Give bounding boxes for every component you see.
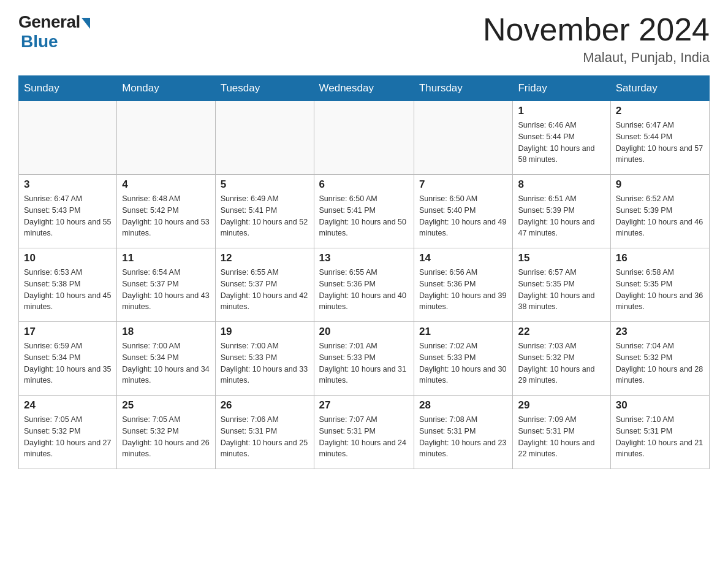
day-number: 14 [419,252,508,264]
day-number: 1 [518,105,605,117]
day-number: 18 [122,326,210,338]
calendar-cell: 22Sunrise: 7:03 AMSunset: 5:32 PMDayligh… [513,322,610,396]
calendar-cell: 7Sunrise: 6:50 AMSunset: 5:40 PMDaylight… [414,175,513,248]
day-info: Sunrise: 6:50 AMSunset: 5:40 PMDaylight:… [419,193,508,239]
calendar-cell: 6Sunrise: 6:50 AMSunset: 5:41 PMDaylight… [314,175,414,248]
logo-blue-text: Blue [21,32,58,52]
day-number: 26 [221,399,309,412]
day-info: Sunrise: 7:00 AMSunset: 5:34 PMDaylight:… [122,340,210,386]
calendar-cell: 4Sunrise: 6:48 AMSunset: 5:42 PMDaylight… [117,175,215,248]
day-info: Sunrise: 6:56 AMSunset: 5:36 PMDaylight:… [419,267,508,313]
calendar-cell [19,101,117,175]
day-number: 7 [419,178,508,191]
calendar-cell: 9Sunrise: 6:52 AMSunset: 5:39 PMDaylight… [610,175,709,248]
day-info: Sunrise: 6:46 AMSunset: 5:44 PMDaylight:… [518,120,605,166]
calendar-cell: 28Sunrise: 7:08 AMSunset: 5:31 PMDayligh… [414,396,513,469]
day-info: Sunrise: 7:06 AMSunset: 5:31 PMDaylight:… [221,414,309,460]
day-info: Sunrise: 7:05 AMSunset: 5:32 PMDaylight:… [24,414,112,460]
calendar-week-2: 3Sunrise: 6:47 AMSunset: 5:43 PMDaylight… [19,175,710,248]
day-info: Sunrise: 7:05 AMSunset: 5:32 PMDaylight:… [122,414,210,460]
day-number: 28 [419,399,508,412]
day-number: 23 [616,326,704,338]
day-info: Sunrise: 6:52 AMSunset: 5:39 PMDaylight:… [616,193,704,239]
calendar-cell: 8Sunrise: 6:51 AMSunset: 5:39 PMDaylight… [513,175,610,248]
calendar-cell: 15Sunrise: 6:57 AMSunset: 5:35 PMDayligh… [513,248,610,322]
day-number: 2 [616,105,704,117]
day-number: 19 [221,326,309,338]
calendar-cell: 14Sunrise: 6:56 AMSunset: 5:36 PMDayligh… [414,248,513,322]
calendar-cell: 5Sunrise: 6:49 AMSunset: 5:41 PMDaylight… [215,175,314,248]
day-info: Sunrise: 7:01 AMSunset: 5:33 PMDaylight:… [319,340,409,386]
day-info: Sunrise: 6:59 AMSunset: 5:34 PMDaylight:… [24,340,112,386]
day-number: 5 [221,178,309,191]
day-number: 12 [221,252,309,264]
calendar-week-3: 10Sunrise: 6:53 AMSunset: 5:38 PMDayligh… [19,248,710,322]
day-header-tuesday: Tuesday [215,76,314,101]
calendar-cell: 30Sunrise: 7:10 AMSunset: 5:31 PMDayligh… [610,396,709,469]
calendar-cell [414,101,513,175]
day-number: 3 [24,178,112,191]
calendar-cell: 18Sunrise: 7:00 AMSunset: 5:34 PMDayligh… [117,322,215,396]
day-info: Sunrise: 7:07 AMSunset: 5:31 PMDaylight:… [319,414,409,460]
calendar-cell: 21Sunrise: 7:02 AMSunset: 5:33 PMDayligh… [414,322,513,396]
day-number: 11 [122,252,210,264]
day-info: Sunrise: 6:47 AMSunset: 5:43 PMDaylight:… [24,193,112,239]
day-info: Sunrise: 6:49 AMSunset: 5:41 PMDaylight:… [221,193,309,239]
day-info: Sunrise: 6:57 AMSunset: 5:35 PMDaylight:… [518,267,605,313]
calendar-cell: 26Sunrise: 7:06 AMSunset: 5:31 PMDayligh… [215,396,314,469]
day-number: 27 [319,399,409,412]
day-header-wednesday: Wednesday [314,76,414,101]
calendar-cell [314,101,414,175]
calendar-cell: 29Sunrise: 7:09 AMSunset: 5:31 PMDayligh… [513,396,610,469]
calendar-header: SundayMondayTuesdayWednesdayThursdayFrid… [19,76,710,101]
day-number: 24 [24,399,112,412]
day-number: 20 [319,326,409,338]
day-number: 17 [24,326,112,338]
month-title: November 2024 [483,12,710,47]
day-info: Sunrise: 6:53 AMSunset: 5:38 PMDaylight:… [24,267,112,313]
calendar-cell: 11Sunrise: 6:54 AMSunset: 5:37 PMDayligh… [117,248,215,322]
page-header: General Blue November 2024 Malaut, Punja… [18,12,710,66]
calendar-cell: 12Sunrise: 6:55 AMSunset: 5:37 PMDayligh… [215,248,314,322]
day-number: 9 [616,178,704,191]
day-info: Sunrise: 6:55 AMSunset: 5:36 PMDaylight:… [319,267,409,313]
calendar-cell [215,101,314,175]
day-number: 8 [518,178,605,191]
day-info: Sunrise: 7:04 AMSunset: 5:32 PMDaylight:… [616,340,704,386]
calendar-cell: 27Sunrise: 7:07 AMSunset: 5:31 PMDayligh… [314,396,414,469]
logo: General Blue [18,12,90,52]
location-title: Malaut, Punjab, India [483,50,710,66]
day-info: Sunrise: 7:02 AMSunset: 5:33 PMDaylight:… [419,340,508,386]
calendar-table: SundayMondayTuesdayWednesdayThursdayFrid… [18,75,710,469]
calendar-cell: 16Sunrise: 6:58 AMSunset: 5:35 PMDayligh… [610,248,709,322]
day-info: Sunrise: 7:00 AMSunset: 5:33 PMDaylight:… [221,340,309,386]
calendar-body: 1Sunrise: 6:46 AMSunset: 5:44 PMDaylight… [19,101,710,469]
day-number: 21 [419,326,508,338]
day-number: 25 [122,399,210,412]
header-row: SundayMondayTuesdayWednesdayThursdayFrid… [19,76,710,101]
calendar-cell: 19Sunrise: 7:00 AMSunset: 5:33 PMDayligh… [215,322,314,396]
day-info: Sunrise: 6:55 AMSunset: 5:37 PMDaylight:… [221,267,309,313]
logo-general-text: General [18,12,80,32]
calendar-cell: 2Sunrise: 6:47 AMSunset: 5:44 PMDaylight… [610,101,709,175]
day-info: Sunrise: 6:51 AMSunset: 5:39 PMDaylight:… [518,193,605,239]
day-number: 6 [319,178,409,191]
day-info: Sunrise: 6:54 AMSunset: 5:37 PMDaylight:… [122,267,210,313]
day-number: 13 [319,252,409,264]
day-info: Sunrise: 7:10 AMSunset: 5:31 PMDaylight:… [616,414,704,460]
day-header-thursday: Thursday [414,76,513,101]
day-header-monday: Monday [117,76,215,101]
day-header-sunday: Sunday [19,76,117,101]
day-number: 15 [518,252,605,264]
day-info: Sunrise: 6:50 AMSunset: 5:41 PMDaylight:… [319,193,409,239]
day-info: Sunrise: 6:58 AMSunset: 5:35 PMDaylight:… [616,267,704,313]
calendar-cell: 3Sunrise: 6:47 AMSunset: 5:43 PMDaylight… [19,175,117,248]
calendar-cell: 25Sunrise: 7:05 AMSunset: 5:32 PMDayligh… [117,396,215,469]
day-header-friday: Friday [513,76,610,101]
calendar-week-1: 1Sunrise: 6:46 AMSunset: 5:44 PMDaylight… [19,101,710,175]
calendar-week-5: 24Sunrise: 7:05 AMSunset: 5:32 PMDayligh… [19,396,710,469]
calendar-cell: 13Sunrise: 6:55 AMSunset: 5:36 PMDayligh… [314,248,414,322]
day-info: Sunrise: 7:08 AMSunset: 5:31 PMDaylight:… [419,414,508,460]
calendar-cell [117,101,215,175]
day-number: 4 [122,178,210,191]
